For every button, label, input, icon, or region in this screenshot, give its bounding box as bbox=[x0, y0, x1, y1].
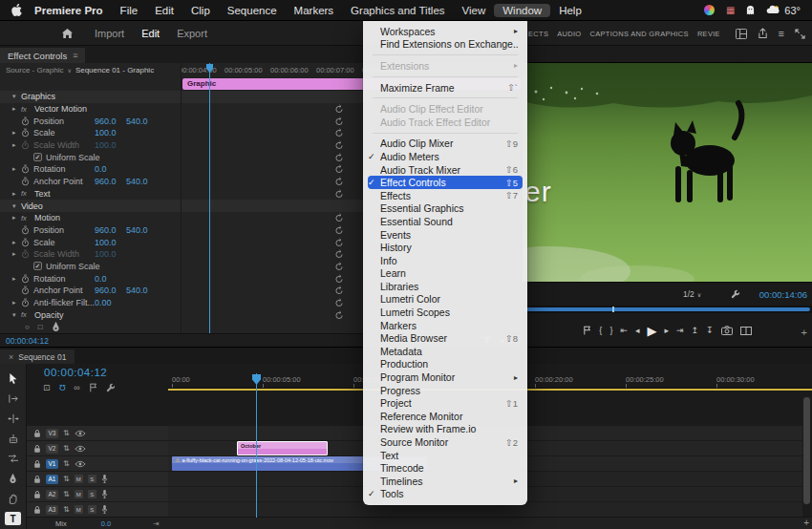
menu-item-events[interactable]: Events bbox=[363, 228, 527, 242]
stopwatch-icon[interactable] bbox=[21, 286, 33, 295]
monitor-scrollbar[interactable] bbox=[523, 306, 812, 313]
menu-item-production[interactable]: Production bbox=[363, 358, 527, 371]
menubar-item-edit[interactable]: Edit bbox=[146, 4, 182, 17]
chevron-right-icon[interactable]: ▸ bbox=[12, 214, 21, 222]
step-forward-button[interactable]: ▸ bbox=[664, 326, 669, 335]
source-clip-label[interactable]: Source - Graphic bbox=[6, 66, 63, 74]
razor-tool[interactable] bbox=[4, 432, 23, 445]
track-badge-v3[interactable]: V3 bbox=[46, 429, 58, 438]
mark-out-button[interactable]: } bbox=[609, 326, 612, 335]
menu-item-effect-controls[interactable]: ✓Effect Controls⇧5 bbox=[368, 176, 523, 189]
voiceover-record-icon[interactable] bbox=[101, 489, 108, 499]
menubar-item-clip[interactable]: Clip bbox=[182, 4, 219, 17]
app-menu-title[interactable]: Premiere Pro bbox=[26, 5, 112, 16]
ghost-icon[interactable] bbox=[746, 5, 755, 15]
stopwatch-icon[interactable] bbox=[21, 164, 33, 174]
reset-icon[interactable] bbox=[334, 225, 344, 235]
track-lock-icon[interactable] bbox=[33, 459, 41, 469]
menu-item-media-browser[interactable]: Media Browser⇧8 bbox=[363, 331, 527, 345]
track-badge-a3[interactable]: A3 bbox=[46, 505, 58, 515]
panel-layout-icon[interactable] bbox=[736, 29, 747, 39]
track-header-a3[interactable]: A3⇅MS bbox=[27, 502, 168, 517]
mute-button[interactable]: M bbox=[75, 490, 83, 498]
menu-item-essential-graphics[interactable]: Essential Graphics bbox=[363, 202, 527, 216]
comparison-view-button[interactable] bbox=[740, 327, 752, 335]
track-badge-v1[interactable]: V1 bbox=[46, 459, 58, 469]
menu-item-timecode[interactable]: Timecode bbox=[363, 461, 527, 475]
track-header-v2[interactable]: V2⇅ bbox=[27, 441, 168, 455]
workspace-audio[interactable]: AUDIO bbox=[557, 30, 581, 38]
menu-item-review-with-frame-io[interactable]: Review with Frame.io bbox=[363, 423, 527, 436]
solo-button[interactable]: S bbox=[88, 505, 96, 514]
timeline-playhead[interactable] bbox=[256, 373, 257, 518]
type-tool[interactable]: T bbox=[4, 512, 23, 525]
pen-tool[interactable] bbox=[4, 472, 23, 485]
menu-item-text[interactable]: Text bbox=[363, 449, 527, 462]
menu-item-progress[interactable]: Progress bbox=[363, 384, 527, 397]
voiceover-record-icon[interactable] bbox=[101, 474, 108, 484]
track-header-a2[interactable]: A2⇅MS bbox=[27, 487, 168, 501]
close-icon[interactable]: × bbox=[9, 352, 13, 362]
menubar-item-graphics-and-titles[interactable]: Graphics and Titles bbox=[342, 4, 453, 17]
chevron-right-icon[interactable]: ▸ bbox=[12, 239, 21, 246]
tab-sequence-01[interactable]: × Sequence 01 bbox=[0, 349, 75, 364]
stopwatch-icon[interactable] bbox=[21, 298, 33, 307]
property-value[interactable]: 100.0 bbox=[95, 238, 126, 247]
menubar-item-help[interactable]: Help bbox=[550, 4, 590, 17]
property-value[interactable]: 540.0 bbox=[126, 116, 158, 126]
home-icon[interactable] bbox=[61, 28, 74, 39]
menubar-item-sequence[interactable]: Sequence bbox=[219, 4, 286, 17]
solo-button[interactable]: S bbox=[88, 490, 96, 498]
color-wheel-icon[interactable] bbox=[704, 5, 715, 15]
sync-lock-icon[interactable]: ⇅ bbox=[63, 475, 70, 483]
property-value[interactable]: 0.0 bbox=[95, 274, 126, 284]
chevron-right-icon[interactable]: ▸ bbox=[12, 165, 21, 173]
chevron-down-icon[interactable]: ▾ bbox=[12, 202, 21, 210]
solo-button[interactable]: S bbox=[88, 475, 96, 483]
chevron-right-icon[interactable]: ▸ bbox=[12, 275, 21, 283]
property-value[interactable]: 540.0 bbox=[126, 286, 158, 295]
reset-icon[interactable] bbox=[334, 249, 344, 259]
track-select-forward-tool[interactable] bbox=[4, 391, 23, 405]
property-value[interactable]: 0.00 bbox=[95, 298, 126, 307]
chevron-right-icon[interactable]: ▸ bbox=[12, 190, 21, 198]
property-value[interactable]: 100.0 bbox=[95, 249, 126, 259]
track-badge-a1[interactable]: A1 bbox=[46, 475, 58, 484]
sync-lock-icon[interactable]: ⇅ bbox=[63, 429, 70, 437]
track-header-a1[interactable]: A1⇅MS bbox=[27, 472, 168, 486]
toggle-track-output-icon[interactable] bbox=[75, 430, 86, 437]
track-header-v3[interactable]: V3⇅ bbox=[27, 426, 168, 440]
add-track-button[interactable]: + bbox=[803, 518, 809, 528]
menu-item-audio-meters[interactable]: ✓Audio Meters bbox=[363, 150, 527, 163]
rect-mask-icon[interactable]: □ bbox=[38, 323, 43, 331]
property-value[interactable]: 960.0 bbox=[95, 286, 126, 295]
menu-item-libraries[interactable]: Libraries bbox=[363, 280, 527, 293]
checkbox[interactable]: ✓ bbox=[33, 262, 42, 270]
property-value[interactable]: 960.0 bbox=[95, 225, 126, 235]
reset-icon[interactable] bbox=[334, 104, 344, 114]
stopwatch-icon[interactable] bbox=[21, 238, 33, 247]
sync-lock-icon[interactable]: ⇅ bbox=[63, 459, 70, 468]
menu-item-maximize-frame[interactable]: Maximize Frame⇧` bbox=[363, 81, 527, 95]
stopwatch-icon[interactable] bbox=[21, 249, 33, 259]
stopwatch-icon[interactable] bbox=[21, 116, 33, 126]
snap-icon[interactable]: Ω bbox=[59, 383, 66, 392]
maximize-icon[interactable] bbox=[795, 29, 805, 39]
menu-item-metadata[interactable]: Metadata bbox=[363, 345, 527, 358]
chevron-down-icon[interactable]: ▾ bbox=[12, 93, 21, 100]
chevron-right-icon[interactable]: ▸ bbox=[12, 141, 21, 149]
property-value[interactable]: 100.0 bbox=[95, 128, 126, 138]
track-lock-icon[interactable] bbox=[33, 475, 41, 484]
chevron-down-icon[interactable]: ▾ bbox=[12, 311, 21, 319]
menubar-item-view[interactable]: View bbox=[454, 4, 495, 17]
menubar-item-markers[interactable]: Markers bbox=[286, 4, 343, 17]
track-lock-icon[interactable] bbox=[33, 429, 41, 438]
menu-item-source-monitor[interactable]: Source Monitor⇧2 bbox=[363, 435, 527, 449]
menu-item-timelines[interactable]: Timelines▸ bbox=[363, 475, 527, 488]
playback-resolution-dropdown[interactable]: 1/2 ∨ bbox=[683, 289, 701, 299]
menu-item-audio-clip-mixer[interactable]: Audio Clip Mixer⇧9 bbox=[363, 138, 527, 151]
apple-icon[interactable] bbox=[11, 4, 22, 16]
track-lock-icon[interactable] bbox=[33, 444, 41, 454]
panel-divider[interactable] bbox=[181, 63, 182, 333]
reset-icon[interactable] bbox=[334, 116, 344, 126]
